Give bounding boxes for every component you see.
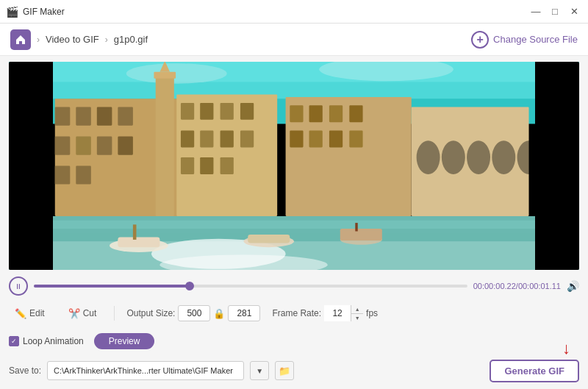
cut-button[interactable]: ✂️ Cut	[62, 306, 103, 321]
save-row: Save to: C:\ArkThinker\ArkThinke...rter …	[9, 358, 579, 383]
breadcrumb: › Video to GIF › g1p0.gif	[10, 29, 148, 50]
preview-button[interactable]: Preview	[94, 333, 155, 349]
svg-point-35	[492, 140, 515, 174]
seek-bar-row: ⏸ 00:00:00.22/00:00:01.11 🔊	[9, 276, 579, 296]
svg-rect-53	[118, 238, 159, 248]
svg-rect-44	[329, 131, 343, 148]
frame-rate-input-row: ▲ ▼	[324, 305, 363, 321]
spinner-buttons: ▲ ▼	[351, 305, 363, 321]
svg-rect-58	[340, 229, 382, 240]
spin-up-button[interactable]: ▲	[351, 305, 363, 313]
time-display: 00:00:00.22/00:00:01.11	[473, 282, 561, 290]
svg-rect-23	[240, 103, 254, 120]
edit-button[interactable]: ✏️ Edit	[9, 306, 51, 321]
edit-label: Edit	[29, 308, 45, 318]
breadcrumb-parent: Video to GIF	[46, 34, 99, 45]
svg-point-33	[442, 140, 465, 174]
svg-rect-14	[55, 166, 71, 185]
svg-rect-40	[329, 105, 343, 122]
title-bar: 🎬 GIF Maker — □ ✕	[0, 0, 588, 24]
seek-fill	[34, 285, 190, 288]
current-time: 00:00:00.22	[473, 282, 516, 290]
svg-rect-17	[154, 72, 176, 79]
toolbar-row: ✏️ Edit ✂️ Cut Output Size: 🔒 Frame Rate…	[9, 302, 579, 324]
svg-rect-59	[355, 223, 357, 231]
spin-down-button[interactable]: ▼	[351, 313, 363, 321]
lock-icon[interactable]: 🔒	[213, 308, 225, 319]
svg-rect-54	[133, 224, 137, 240]
maximize-button[interactable]: □	[547, 5, 563, 18]
svg-rect-42	[290, 131, 303, 148]
path-dropdown-button[interactable]: ▼	[250, 361, 269, 380]
svg-rect-9	[118, 107, 133, 126]
svg-rect-41	[349, 105, 362, 122]
loop-animation-checkbox[interactable]: ✓ Loop Animation	[9, 336, 84, 346]
save-path-display: C:\ArkThinker\ArkThinke...rter Ultimate\…	[47, 361, 244, 380]
svg-rect-20	[181, 103, 194, 120]
letterbox-right	[535, 62, 579, 270]
main-content: ⏸ 00:00:00.22/00:00:01.11 🔊 ✏️ Edit ✂️ C…	[0, 56, 588, 389]
window-controls: — □ ✕	[528, 5, 582, 18]
output-size-group: Output Size: 🔒	[126, 305, 260, 321]
svg-rect-11	[76, 137, 91, 155]
generate-gif-button[interactable]: Generate GIF	[490, 360, 579, 382]
svg-rect-38	[290, 105, 303, 122]
svg-rect-26	[220, 131, 234, 148]
toolbar-separator	[114, 306, 115, 321]
home-icon	[15, 34, 26, 46]
total-time: 00:00:01.11	[518, 282, 561, 290]
svg-rect-15	[76, 166, 91, 185]
svg-rect-12	[97, 137, 112, 155]
letterbox-left	[9, 62, 53, 270]
save-to-label: Save to:	[9, 365, 41, 376]
video-frame	[9, 62, 579, 270]
svg-rect-24	[181, 131, 194, 148]
checkbox-icon: ✓	[9, 336, 19, 346]
svg-rect-30	[220, 157, 234, 174]
change-source-label: Change Source File	[493, 34, 578, 45]
minimize-button[interactable]: —	[528, 5, 544, 18]
svg-rect-6	[55, 107, 71, 126]
breadcrumb-separator-2: ›	[105, 35, 108, 45]
change-source-button[interactable]: + Change Source File	[471, 31, 578, 49]
svg-rect-27	[240, 131, 254, 148]
frame-rate-input[interactable]	[324, 305, 351, 321]
svg-rect-39	[309, 105, 323, 122]
add-icon: +	[471, 31, 489, 49]
cut-icon: ✂️	[68, 308, 80, 319]
folder-icon: 📁	[279, 365, 290, 376]
video-player	[9, 62, 579, 270]
pause-icon: ⏸	[15, 282, 22, 290]
svg-rect-47	[9, 221, 579, 229]
breadcrumb-child: g1p0.gif	[114, 34, 148, 45]
volume-button[interactable]: 🔊	[567, 280, 579, 292]
pause-button[interactable]: ⏸	[9, 276, 28, 296]
arrow-indicator: ↓	[562, 340, 570, 357]
svg-rect-37	[286, 97, 412, 216]
breadcrumb-separator: ›	[37, 35, 40, 45]
nav-bar: › Video to GIF › g1p0.gif + Change Sourc…	[0, 24, 588, 56]
browse-folder-button[interactable]: 📁	[275, 361, 294, 380]
svg-rect-16	[156, 74, 174, 216]
svg-rect-45	[349, 131, 362, 148]
fps-label: fps	[366, 308, 378, 318]
output-height-input[interactable]	[228, 305, 260, 321]
svg-rect-43	[309, 131, 323, 148]
home-button[interactable]	[10, 29, 31, 50]
svg-rect-48	[9, 233, 579, 241]
app-icon: 🎬	[6, 6, 18, 18]
loop-label: Loop Animation	[23, 336, 84, 346]
output-width-input[interactable]	[178, 305, 210, 321]
svg-rect-2	[9, 62, 579, 82]
svg-rect-29	[200, 157, 213, 174]
svg-rect-8	[97, 107, 112, 126]
seek-thumb[interactable]	[185, 282, 194, 290]
frame-rate-label: Frame Rate:	[272, 308, 321, 318]
svg-rect-21	[200, 103, 213, 120]
edit-icon: ✏️	[15, 308, 26, 319]
svg-rect-22	[220, 103, 234, 120]
close-button[interactable]: ✕	[566, 5, 582, 18]
save-path-text: C:\ArkThinker\ArkThinke...rter Ultimate\…	[54, 366, 233, 375]
seek-track[interactable]	[34, 285, 467, 288]
loop-row: ✓ Loop Animation Preview	[9, 330, 579, 352]
